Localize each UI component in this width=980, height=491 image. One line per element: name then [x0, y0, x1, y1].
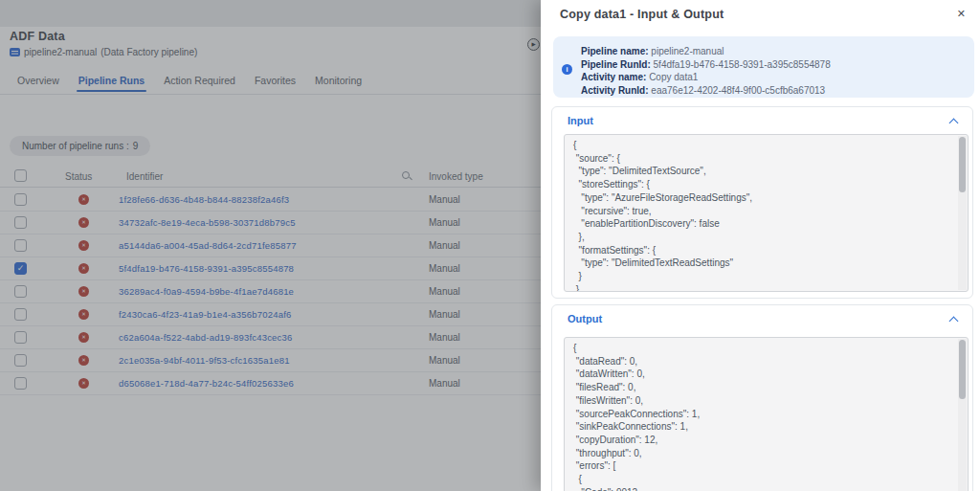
info-label: Activity name:	[581, 72, 646, 82]
run-info-box: i Pipeline name: pipeline2-manual Pipeli…	[553, 36, 974, 98]
info-value: Copy data1	[649, 72, 698, 82]
close-icon[interactable]: ✕	[955, 6, 968, 22]
collapse-output-chevron-icon[interactable]	[949, 317, 959, 326]
input-scrollbar-thumb[interactable]	[959, 137, 966, 192]
info-pipeline-name: Pipeline name: pipeline2-manual	[581, 45, 831, 58]
activity-input-output-panel: Copy data1 - Input & Output ✕ i Pipeline…	[541, 0, 980, 491]
info-value: eaa76e12-4202-48f4-9f00-c5cfb6a67013	[651, 85, 825, 96]
collapse-input-chevron-icon[interactable]	[949, 119, 959, 128]
input-json-code: { "source": { "type": "DelimitedTextSour…	[565, 135, 968, 292]
run-info-lines: Pipeline name: pipeline2-manual Pipeline…	[581, 45, 831, 98]
input-json-viewer[interactable]: { "source": { "type": "DelimitedTextSour…	[564, 134, 969, 292]
info-icon: i	[562, 64, 572, 75]
output-json-viewer[interactable]: { "dataRead": 0, "dataWritten": 0, "file…	[564, 337, 969, 491]
input-section: Input { "source": { "type": "DelimitedTe…	[551, 106, 973, 299]
output-json-code: { "dataRead": 0, "dataWritten": 0, "file…	[565, 338, 968, 491]
info-pipeline-runid: Pipeline RunId: 5f4dfa19-b476-4158-9391-…	[581, 58, 831, 72]
info-value: pipeline2-manual	[651, 46, 724, 56]
info-activity-runid: Activity RunId: eaa76e12-4202-48f4-9f00-…	[581, 84, 831, 98]
output-scrollbar[interactable]	[958, 339, 967, 491]
info-activity-name: Activity name: Copy data1	[581, 71, 831, 84]
output-scrollbar-thumb[interactable]	[959, 340, 966, 399]
output-section-label: Output	[568, 313, 602, 324]
info-value: 5f4dfa19-b476-4158-9391-a395c8554878	[654, 59, 831, 70]
info-label: Activity RunId:	[581, 85, 649, 96]
input-section-label: Input	[568, 115, 593, 126]
info-label: Pipeline RunId:	[581, 59, 651, 70]
output-section: Output { "dataRead": 0, "dataWritten": 0…	[551, 304, 973, 491]
panel-title: Copy data1 - Input & Output	[560, 8, 724, 21]
info-label: Pipeline name:	[581, 46, 649, 56]
input-scrollbar[interactable]	[958, 136, 967, 290]
